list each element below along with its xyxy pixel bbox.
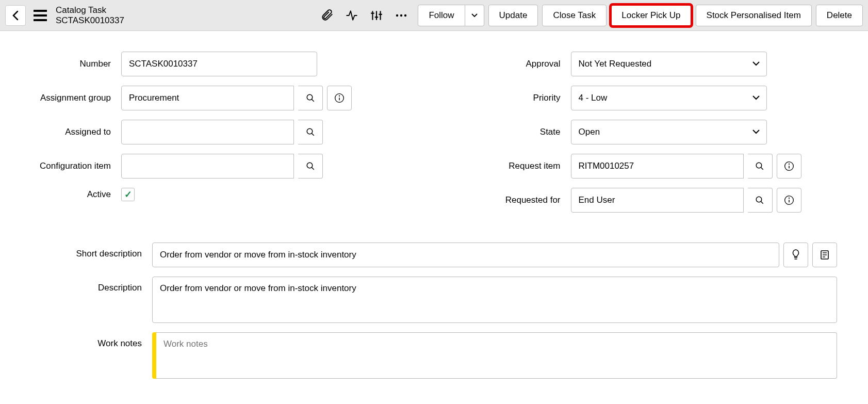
svg-point-9 bbox=[307, 94, 313, 100]
work-notes-input[interactable] bbox=[156, 332, 837, 379]
priority-select[interactable] bbox=[571, 86, 767, 110]
suggestion-icon[interactable] bbox=[783, 243, 808, 267]
short-description-input[interactable] bbox=[152, 243, 779, 267]
svg-line-10 bbox=[312, 99, 314, 102]
svg-point-12 bbox=[339, 95, 340, 96]
assignment-group-input[interactable] bbox=[121, 86, 294, 110]
title-record-id: SCTASK0010337 bbox=[56, 15, 124, 26]
assigned-to-input[interactable] bbox=[121, 120, 294, 144]
request-item-input[interactable] bbox=[571, 154, 744, 179]
check-icon: ✓ bbox=[124, 189, 132, 200]
assignment-group-info[interactable] bbox=[327, 86, 352, 110]
svg-point-21 bbox=[788, 164, 789, 165]
requested-for-input[interactable] bbox=[571, 188, 744, 213]
activity-icon[interactable] bbox=[341, 5, 362, 26]
svg-line-15 bbox=[312, 133, 314, 136]
requested-for-label: Requested for bbox=[481, 195, 571, 205]
related-search-icon[interactable] bbox=[812, 243, 837, 267]
priority-label: Priority bbox=[481, 93, 571, 103]
configuration-item-label: Configuration item bbox=[31, 161, 121, 171]
number-input[interactable] bbox=[121, 52, 317, 76]
assignment-group-label: Assignment group bbox=[31, 93, 121, 103]
follow-dropdown[interactable] bbox=[465, 5, 484, 26]
svg-point-16 bbox=[307, 163, 313, 168]
update-button[interactable]: Update bbox=[488, 5, 538, 26]
header-toolbar: Catalog Task SCTASK0010337 Follow Update… bbox=[0, 0, 868, 31]
svg-line-17 bbox=[312, 167, 314, 170]
svg-point-26 bbox=[788, 198, 789, 199]
attachment-icon[interactable] bbox=[317, 5, 337, 26]
svg-point-23 bbox=[756, 197, 762, 202]
configuration-item-lookup[interactable] bbox=[298, 154, 323, 179]
active-label: Active bbox=[31, 189, 121, 200]
svg-point-14 bbox=[307, 128, 313, 134]
more-icon[interactable] bbox=[391, 5, 412, 26]
form-area: Number Assignment group Assi bbox=[0, 31, 868, 404]
assigned-to-label: Assigned to bbox=[31, 127, 121, 137]
requested-for-info[interactable] bbox=[777, 188, 801, 213]
left-column: Number Assignment group Assi bbox=[31, 52, 388, 222]
short-description-label: Short description bbox=[31, 243, 152, 259]
svg-point-8 bbox=[404, 14, 406, 16]
request-item-label: Request item bbox=[481, 161, 571, 171]
description-input[interactable] bbox=[152, 277, 837, 323]
state-label: State bbox=[481, 127, 571, 137]
menu-icon[interactable] bbox=[30, 5, 51, 26]
work-notes-indicator bbox=[152, 332, 156, 379]
requested-for-lookup[interactable] bbox=[748, 188, 773, 213]
svg-point-18 bbox=[756, 163, 762, 168]
record-title: Catalog Task SCTASK0010337 bbox=[56, 5, 124, 26]
svg-line-24 bbox=[761, 201, 763, 204]
configuration-item-input[interactable] bbox=[121, 154, 294, 179]
request-item-lookup[interactable] bbox=[748, 154, 773, 179]
locker-pick-up-button[interactable]: Locker Pick Up bbox=[611, 5, 691, 26]
svg-point-7 bbox=[400, 14, 402, 16]
back-button[interactable] bbox=[5, 5, 26, 26]
assigned-to-lookup[interactable] bbox=[298, 120, 323, 144]
follow-button[interactable]: Follow bbox=[418, 5, 465, 26]
title-main: Catalog Task bbox=[56, 5, 124, 15]
settings-icon[interactable] bbox=[366, 5, 387, 26]
request-item-info[interactable] bbox=[777, 154, 801, 179]
active-checkbox[interactable]: ✓ bbox=[121, 188, 135, 201]
stock-personalised-item-button[interactable]: Stock Personalised Item bbox=[696, 5, 812, 26]
work-notes-label: Work notes bbox=[31, 332, 152, 349]
close-task-button[interactable]: Close Task bbox=[542, 5, 607, 26]
state-select[interactable] bbox=[571, 120, 767, 144]
approval-label: Approval bbox=[481, 59, 571, 69]
assignment-group-lookup[interactable] bbox=[298, 86, 323, 110]
right-column: Approval Priority bbox=[481, 52, 838, 222]
number-label: Number bbox=[31, 59, 121, 69]
description-label: Description bbox=[31, 277, 152, 293]
approval-select[interactable] bbox=[571, 52, 767, 76]
svg-line-19 bbox=[761, 167, 763, 170]
delete-button[interactable]: Delete bbox=[816, 5, 863, 26]
svg-point-6 bbox=[396, 14, 398, 16]
